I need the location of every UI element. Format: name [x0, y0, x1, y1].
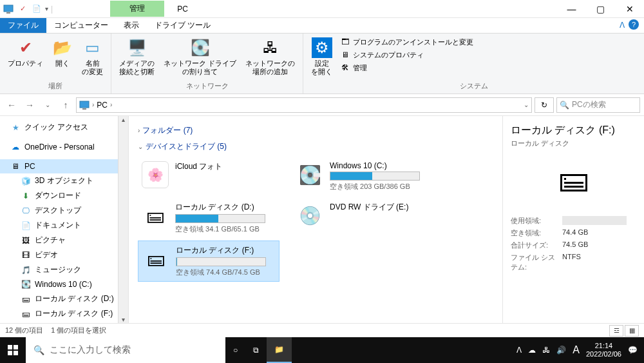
group-devices[interactable]: ⌄デバイスとドライブ (5) — [138, 141, 493, 152]
ribbon-group-network: 🖥️ メディアの 接続と切断 💽 ネットワーク ドライブ の割り当て 🖧 ネット… — [111, 34, 303, 93]
clock[interactable]: 21:14 2022/02/06 — [586, 342, 621, 358]
nav-downloads[interactable]: ⬇ダウンロード — [0, 188, 128, 203]
properties-button[interactable]: ✔ プロパティ — [5, 36, 46, 80]
start-button[interactable] — [0, 337, 26, 363]
dvd-icon: 💿 — [296, 202, 323, 229]
minimize-button[interactable]: — — [557, 0, 586, 18]
ribbon-group-system: ⚙ 設定 を開く 🗔 プログラムのアンインストールと変更 🖥 システムのプロパテ… — [303, 34, 644, 93]
document-icon: 📄 — [21, 221, 31, 231]
rename-button[interactable]: ▭ 名前 の変更 — [79, 36, 106, 80]
svg-rect-1 — [6, 12, 10, 14]
refresh-button[interactable]: ↻ — [535, 97, 554, 113]
svg-rect-7 — [14, 351, 18, 355]
up-button[interactable]: ↑ — [58, 97, 73, 113]
folder-icon: 📂 — [52, 37, 73, 58]
manage-icon: 🛠 — [340, 63, 350, 73]
pc-icon — [79, 101, 90, 110]
details-view-button[interactable]: ☲ — [609, 325, 623, 337]
help-icon[interactable]: ? — [629, 19, 639, 30]
maximize-button[interactable]: ▢ — [586, 0, 615, 18]
details-pane: ローカル ディスク (F:) ローカル ディスク 🖴 使用領域: 空き領域:74… — [502, 116, 644, 323]
action-center-icon[interactable]: 💬 — [628, 346, 638, 355]
drive-icon: 💽 — [190, 37, 211, 58]
close-button[interactable]: ✕ — [615, 0, 644, 18]
navigation-pane: ★クイック アクセス ☁OneDrive - Personal 🖥PC 🧊3D … — [0, 116, 129, 323]
nav-scrollbar[interactable]: ▴▾ — [118, 116, 128, 323]
breadcrumb[interactable]: › PC › ⌄ — [76, 97, 532, 113]
qat-properties-icon[interactable]: ✓ — [17, 3, 28, 15]
volume-tray-icon[interactable]: 🔊 — [556, 346, 566, 355]
nav-music[interactable]: 🎵ミュージック — [0, 262, 128, 277]
manage-button[interactable]: 🛠 管理 — [339, 62, 475, 74]
uninstall-programs-button[interactable]: 🗔 プログラムのアンインストールと変更 — [339, 36, 475, 48]
title-bar: ✓ 📄 ▾ | 管理 PC — ▢ ✕ — [0, 0, 644, 18]
group-folders[interactable]: ›フォルダー (7) — [138, 125, 493, 136]
add-network-location-button[interactable]: 🖧 ネットワークの 場所の追加 — [243, 36, 298, 80]
tab-view[interactable]: 表示 — [116, 18, 147, 33]
network-icon: 🖧 — [260, 37, 281, 58]
drive-icloud[interactable]: 🌸 iCloud フォト — [138, 157, 279, 195]
nav-drive-c[interactable]: 💽Windows 10 (C:) — [0, 277, 128, 291]
open-button[interactable]: 📂 開く — [50, 36, 75, 80]
tab-file[interactable]: ファイル — [0, 18, 46, 33]
network-tray-icon[interactable]: 🖧 — [542, 346, 550, 355]
nav-quick-access[interactable]: ★クイック アクセス — [0, 120, 128, 135]
icons-view-button[interactable]: ▦ — [625, 325, 639, 337]
nav-desktop[interactable]: 🖵デスクトップ — [0, 203, 128, 218]
tab-computer[interactable]: コンピューター — [46, 18, 116, 33]
pc-icon — [3, 3, 14, 15]
nav-drive-d[interactable]: 🖴ローカル ディスク (D:) — [0, 291, 128, 306]
breadcrumb-pc[interactable]: PC — [97, 101, 108, 110]
ime-indicator[interactable]: A — [573, 344, 580, 356]
used-value — [562, 216, 627, 225]
back-button[interactable]: ← — [4, 97, 19, 113]
svg-rect-6 — [8, 351, 12, 355]
pc-small-icon: 🖥 — [340, 50, 350, 60]
nav-pc[interactable]: 🖥PC — [0, 159, 128, 173]
collapse-ribbon-icon[interactable]: ᐱ — [620, 21, 625, 30]
tray-overflow-icon[interactable]: ᐱ — [516, 346, 522, 355]
drive-f[interactable]: 🖴 ローカル ディスク (F:) 空き領域 74.4 GB/74.5 GB — [138, 240, 279, 282]
ribbon-tabs: ファイル コンピューター 表示 ドライブ ツール ᐱ ? — [0, 18, 644, 34]
nav-drive-f[interactable]: 🖴ローカル ディスク (F:) — [0, 306, 128, 321]
drive-e[interactable]: 💿 DVD RW ドライブ (E:) — [292, 198, 434, 238]
search-icon: 🔍 — [560, 101, 569, 110]
chevron-icon[interactable]: › — [110, 101, 112, 108]
settings-button[interactable]: ⚙ 設定 を開く — [308, 36, 335, 80]
ribbon: ✔ プロパティ 📂 開く ▭ 名前 の変更 場所 🖥️ メディアの 接続と切断 … — [0, 34, 644, 94]
onedrive-tray-icon[interactable]: ☁ — [528, 346, 536, 355]
taskbar-search[interactable]: 🔍 ここに入力して検索 — [26, 337, 225, 363]
system-properties-button[interactable]: 🖥 システムのプロパティ — [339, 49, 475, 61]
media-button[interactable]: 🖥️ メディアの 接続と切断 — [117, 36, 157, 80]
nav-onedrive[interactable]: ☁OneDrive - Personal — [0, 140, 128, 154]
drive-d[interactable]: 🖴 ローカル ディスク (D:) 空き領域 34.1 GB/65.1 GB — [138, 198, 279, 238]
music-icon: 🎵 — [21, 265, 31, 275]
nav-videos[interactable]: 🎞ビデオ — [0, 248, 128, 262]
quick-access-toolbar: ✓ 📄 ▾ | — [0, 3, 55, 15]
content-area: ›フォルダー (7) ⌄デバイスとドライブ (5) 🌸 iCloud フォト 💽… — [129, 116, 644, 323]
rename-icon: ▭ — [82, 37, 103, 58]
nav-pictures[interactable]: 🖼ピクチャ — [0, 233, 128, 248]
qat-new-folder-icon[interactable]: 📄 — [31, 3, 43, 15]
usage-bar — [176, 257, 266, 266]
check-icon: ✔ — [15, 37, 36, 58]
explorer-taskbar-button[interactable]: 📁 — [267, 337, 292, 363]
nav-documents[interactable]: 📄ドキュメント — [0, 218, 128, 233]
main-area: ★クイック アクセス ☁OneDrive - Personal 🖥PC 🧊3D … — [0, 116, 644, 323]
star-icon: ★ — [10, 123, 21, 133]
task-view-button[interactable]: ⧉ — [245, 337, 267, 363]
recent-locations-button[interactable]: ⌄ — [40, 97, 55, 113]
chevron-icon[interactable]: › — [92, 101, 94, 108]
forward-button[interactable]: → — [22, 97, 37, 113]
search-input[interactable]: 🔍 PCの検索 — [556, 97, 640, 113]
drive-c[interactable]: 💽 Windows 10 (C:) 空き領域 203 GB/386 GB — [292, 157, 434, 195]
tab-drive-tools[interactable]: ドライブ ツール — [147, 18, 218, 33]
chevron-down-icon[interactable]: ⌄ — [524, 101, 529, 108]
drive-large-icon: 🖴 — [511, 161, 636, 197]
nav-3d-objects[interactable]: 🧊3D オブジェクト — [0, 173, 128, 188]
cortana-button[interactable]: ○ — [225, 337, 245, 363]
qat-dropdown-icon[interactable]: ▾ — [45, 5, 48, 12]
map-drive-button[interactable]: 💽 ネットワーク ドライブ の割り当て — [161, 36, 239, 80]
contextual-tab-manage[interactable]: 管理 — [110, 1, 164, 17]
svg-rect-3 — [82, 108, 86, 110]
